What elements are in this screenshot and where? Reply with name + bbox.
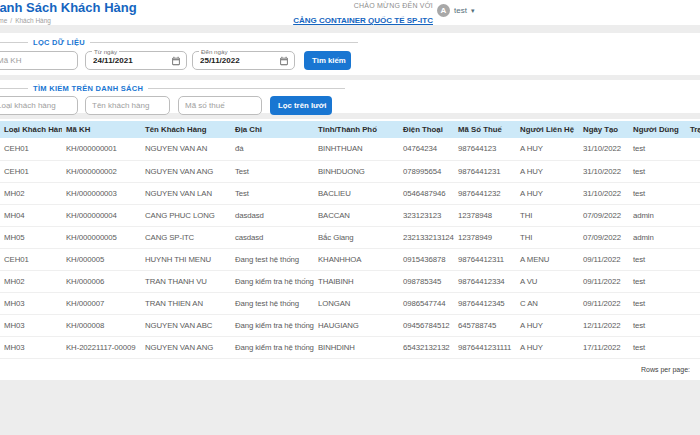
legend-line [90, 42, 358, 43]
filter-list-inputs: Lọc trên lưới [0, 96, 345, 115]
tax-code-input[interactable] [178, 96, 262, 115]
customer-name-input[interactable] [85, 96, 170, 115]
from-date-input[interactable] [93, 56, 171, 65]
avatar: A [437, 4, 450, 17]
customer-type-input[interactable] [0, 96, 78, 115]
legend-line [0, 42, 28, 43]
table-cell: Đang kiểm tra hệ thống [231, 314, 314, 336]
table-row[interactable]: CEH01KH/000000001NGUYEN VAN ANđáBINHTHUA… [0, 138, 700, 160]
table-cell: 987644123 [454, 138, 516, 160]
table-row[interactable]: CEH01KH/000005HUYNH THI MENUĐang test hệ… [0, 248, 700, 270]
table-cell: test [629, 160, 686, 182]
table-cell: KH-20221117-00009 [62, 336, 141, 358]
table-cell: BACCAN [314, 204, 399, 226]
user-menu[interactable]: A test ▾ [437, 4, 474, 17]
table-cell: CANG SP-ITC [141, 226, 231, 248]
table-cell [686, 292, 700, 314]
table-cell: KH/000007 [62, 292, 141, 314]
filter-data-fieldset: LỌC DỮ LIỆU Từ ngày Đến ngày [0, 37, 358, 70]
table-row[interactable]: MH03KH/000007TRAN THIEN ANĐang test hệ t… [0, 292, 700, 314]
search-button[interactable]: Tìm kiếm [304, 51, 351, 70]
table-cell: KH/000005 [62, 248, 141, 270]
ma-kh-input[interactable] [0, 51, 78, 70]
table-row[interactable]: MH03KH/000008NGUYEN VAN ABCĐang kiểm tra… [0, 314, 700, 336]
breadcrumb-current: Khách Hàng [15, 17, 51, 24]
breadcrumb-home[interactable]: Home [0, 17, 7, 24]
table-cell: CANG PHUC LONG [141, 204, 231, 226]
breadcrumb: Home / Khách Hàng [0, 17, 137, 24]
filter-data-legend: LỌC DỮ LIỆU [28, 38, 90, 47]
filter-data-inputs: Từ ngày Đến ngày Tìm kiếm [0, 51, 358, 70]
table-cell: đá [231, 138, 314, 160]
table-row[interactable]: CEH01KH/000000002NGUYEN VAN ANGTestBINHD… [0, 160, 700, 182]
table-cell: THI [516, 204, 579, 226]
table-cell: Đang kiểm tra hệ thống [231, 270, 314, 292]
table-cell: NGUYEN VAN AN [141, 138, 231, 160]
column-header[interactable]: Mã KH [62, 121, 141, 138]
table-cell: BINHDUONG [314, 160, 399, 182]
table-cell: Đang kiểm tra hệ thống [231, 336, 314, 358]
port-link[interactable]: CẢNG CONTAINER QUỐC TẾ SP-ITC [293, 16, 433, 25]
column-header[interactable]: Địa Chỉ [231, 121, 314, 138]
table-cell: A MENU [516, 248, 579, 270]
table-cell [686, 204, 700, 226]
table-cell: 078995654 [399, 160, 454, 182]
table-row[interactable]: MH02KH/000000003NGUYEN VAN LANTestBACLIE… [0, 182, 700, 204]
table-row[interactable]: MH05KH/000000005CANG SP-ITCcasdasdBắc Gi… [0, 226, 700, 248]
table-cell: 09/11/2022 [579, 292, 629, 314]
table-cell: 098785345 [399, 270, 454, 292]
table-cell: TRAN THANH VU [141, 270, 231, 292]
column-header[interactable]: Người Dùng [629, 121, 686, 138]
table-cell: 31/10/2022 [579, 138, 629, 160]
from-date-field[interactable]: Từ ngày [85, 51, 187, 70]
table-cell [686, 314, 700, 336]
column-header[interactable]: Điện Thoại [399, 121, 454, 138]
welcome-block: CHÀO MỪNG ĐẾN VỚI CẢNG CONTAINER QUỐC TẾ… [293, 2, 433, 27]
rows-per-page-label[interactable]: Rows per page: [641, 366, 690, 373]
table-cell: 31/10/2022 [579, 182, 629, 204]
table-cell: 0915436878 [399, 248, 454, 270]
table-row[interactable]: MH02KH/000006TRAN THANH VUĐang kiểm tra … [0, 270, 700, 292]
calendar-icon[interactable] [279, 56, 289, 66]
title-block: Danh Sách Khách Hàng Home / Khách Hàng [0, 1, 137, 24]
grid-filter-button[interactable]: Lọc trên lưới [270, 96, 332, 115]
column-header[interactable]: Tỉnh/Thành Phố [314, 121, 399, 138]
column-header[interactable]: Mã Số Thuế [454, 121, 516, 138]
table-row[interactable]: MH04KH/000000004CANG PHUC LONGdasdasdBAC… [0, 204, 700, 226]
filter-list-legend-row: TÌM KIẾM TRÊN DANH SÁCH [0, 83, 345, 93]
table-cell: 12378949 [454, 226, 516, 248]
table-cell: MH03 [0, 292, 62, 314]
column-header[interactable]: Tên Khách Hàng [141, 121, 231, 138]
table-cell: KH/000000005 [62, 226, 141, 248]
legend-line [148, 88, 345, 89]
to-date-field[interactable]: Đến ngày [192, 51, 295, 70]
table-cell: HAUGIANG [314, 314, 399, 336]
table-cell [686, 248, 700, 270]
table-cell: KHANHHOA [314, 248, 399, 270]
column-header[interactable]: Loại Khách Hàng [0, 121, 62, 138]
to-date-input[interactable] [200, 56, 279, 65]
table-row[interactable]: MH03KH-20221117-00009NGUYEN VAN ANGĐang … [0, 336, 700, 358]
table-cell: test [629, 336, 686, 358]
to-date-label: Đến ngày [199, 48, 230, 55]
table-cell: 17/11/2022 [579, 336, 629, 358]
table-cell: NGUYEN VAN LAN [141, 182, 231, 204]
table-cell: MH02 [0, 270, 62, 292]
column-header[interactable]: Ngày Tạo [579, 121, 629, 138]
table-cell: 12/11/2022 [579, 314, 629, 336]
table-cell: 98764412311 [454, 248, 516, 270]
table-cell: MH05 [0, 226, 62, 248]
column-header[interactable]: Người Liên Hệ [516, 121, 579, 138]
column-header[interactable]: Trạng Thái [686, 121, 700, 138]
table-header-row: Loại Khách HàngMã KHTên Khách HàngĐịa Ch… [0, 121, 700, 138]
filter-list-fieldset: TÌM KIẾM TRÊN DANH SÁCH Lọc trên lưới [0, 83, 345, 115]
table-cell: 9876441232 [454, 182, 516, 204]
table-cell: 04764234 [399, 138, 454, 160]
table-cell: CEH01 [0, 160, 62, 182]
table-cell: KH/000000003 [62, 182, 141, 204]
table-cell: A HUY [516, 336, 579, 358]
table-cell: A VU [516, 270, 579, 292]
calendar-icon[interactable] [171, 56, 181, 66]
table-cell [686, 336, 700, 358]
table-cell: casdasd [231, 226, 314, 248]
